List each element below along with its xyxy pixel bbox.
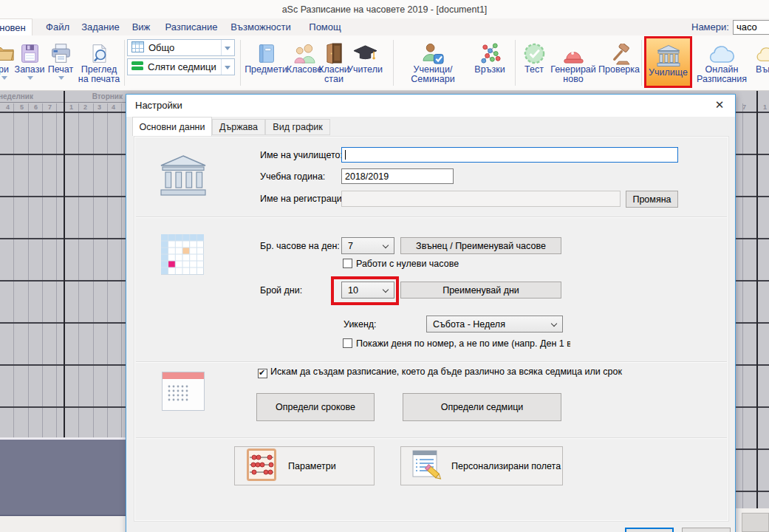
day-header-tuesday: Вторник [65,92,124,100]
window-titlebar: aSc Разписание на часовете 2019 - [docum… [0,0,769,18]
grid-cells [736,112,769,508]
bottom-pane [0,437,126,516]
grid-cells[interactable] [0,112,126,437]
toolbar-school-button[interactable]: Училище [644,36,692,88]
ok-button[interactable] [625,528,674,532]
dialog-title: Настройки [135,100,182,111]
text-caret [345,150,346,160]
menu-tab-file[interactable]: Файл [38,18,77,35]
toolbar-online-label: Онлайн Разписания [695,65,748,84]
chevron-down-icon [551,321,557,327]
print-dropdown-arrow-icon[interactable] [58,75,64,81]
school-building-icon [157,153,210,200]
toolbar-classes-button[interactable]: Класове [287,37,321,89]
toolbar-print-preview-button[interactable]: Преглед на печата [76,37,122,89]
parameters-button[interactable]: Параметри [234,446,375,485]
find-input[interactable] [733,20,769,35]
settings-dialog: Настройки ✕ Основни данни Държава Вид гр… [126,94,736,532]
bell-rename-periods-button[interactable]: Звънец / Преименувай часове [400,237,561,254]
menu-tab-help[interactable]: Помощ [303,18,347,35]
toolbar-subjects-label: Предмети [245,65,287,75]
toolbar-questions-button[interactable]: Въпр [749,37,769,89]
toolbar-print-label: Печат [48,65,73,75]
menubar: новен Файл Задание Виж Разписание Възмож… [0,18,769,35]
menu-tab-timetable[interactable]: Разписание [160,18,223,35]
registration-name-label: Име на регистрация [260,194,347,204]
tab-country[interactable]: Държава [212,119,265,135]
toolbar-save-label: Запази [15,65,45,75]
school-year-label: Учебна година: [260,171,325,182]
timetable-grid[interactable]: Понеделник Вторник 3 4 5 6 7 1 2 3 4 5 [0,91,126,437]
door-icon [325,37,344,65]
toolbar-test-button[interactable]: Тест [519,37,549,89]
define-terms-button[interactable]: Определи срокове [256,393,375,421]
view-mode-combo[interactable]: Общо [127,39,235,56]
school-year-input[interactable] [341,168,454,184]
find-box: Намери: [691,18,769,35]
parameters-button-label: Параметри [288,461,336,471]
school-name-label: Име на училището: [260,150,343,160]
tab-basic-data[interactable]: Основни данни [132,117,212,136]
custom-fields-button-label: Персонализирани полета [451,461,561,471]
menu-tab-options[interactable]: Възможности [226,18,295,35]
save-dropdown-arrow-icon[interactable] [27,75,33,81]
dialog-titlebar[interactable]: Настройки ✕ [126,95,735,117]
rename-days-button[interactable]: Преименувай дни [400,282,561,299]
toolbar-students-button[interactable]: Ученици/Семинари [397,37,468,89]
toolbar-open-label: ри [0,65,9,75]
combo-arrow-icon[interactable] [221,40,233,55]
combo-arrow-icon[interactable] [221,59,233,75]
toolbar-separator [515,40,516,86]
toolbar-classrooms-label: Класни стаи [318,65,349,84]
school-name-input[interactable] [341,147,678,163]
number-of-days-label: Брой дни: [260,285,302,296]
calendar-grid-icon [161,234,204,279]
menu-tab-task[interactable]: Задание [77,18,124,35]
toolbar-classrooms-button[interactable]: Класни стаи [321,37,347,89]
abacus-icon [247,449,276,484]
table-view-icon [131,41,144,55]
timetable-grid-right[interactable]: 7 1 [736,91,769,508]
number-of-days-select[interactable]: 10 [341,282,394,299]
close-icon[interactable]: ✕ [712,98,727,112]
grid-period-numbers: 3 4 5 6 7 1 2 3 4 5 [0,103,126,112]
toolbar-classes-label: Класове [287,65,322,75]
grid-day-header: Понеделник Вторник [0,91,126,103]
multi-week-checkbox[interactable] [258,369,267,378]
weeks-mode-combo[interactable]: Сляти седмици [127,58,235,75]
print-preview-icon [89,37,109,65]
gavel-icon [608,37,631,65]
toolbar-teachers-button[interactable]: Учители [347,37,383,89]
school-building-icon [656,40,681,68]
tab-schedule-type[interactable]: Вид график [265,119,330,135]
test-seal-icon [523,37,546,65]
weekend-select[interactable]: Събота - Неделя [426,316,563,332]
statusbar-left [0,516,126,532]
toolbar-online-button[interactable]: Онлайн Разписания [695,37,748,89]
zero-periods-checkbox[interactable] [343,259,352,268]
section-divider [136,437,727,439]
toolbar-check-button[interactable]: Проверка [598,37,640,89]
menu-tab-main[interactable]: новен [0,18,33,35]
view-mode-combo-value: Общо [148,42,174,53]
define-weeks-button[interactable]: Определи седмици [403,393,561,421]
custom-fields-button[interactable]: Персонализирани полета [400,446,563,485]
toolbar-relations-button[interactable]: Връзки [470,37,510,89]
zero-periods-checkbox-label: Работи с нулеви часове [356,259,459,269]
section-divider [136,216,727,218]
chevron-down-icon [383,242,389,248]
menu-tab-view[interactable]: Виж [124,18,158,35]
periods-per-day-select[interactable]: 7 [341,237,394,254]
toolbar-save-button[interactable]: Запази [13,37,46,89]
toolbar-generate-button[interactable]: Генерирай ново [549,37,598,89]
save-icon [19,37,41,65]
toolbar-subjects-button[interactable]: Предмети [245,37,287,89]
cancel-button[interactable] [682,528,731,532]
toolbar-print-button[interactable]: Печат [46,37,75,89]
change-registration-button[interactable]: Промяна [626,191,678,208]
toolbar-school-label: Училище [649,68,688,78]
toolbar-separator [641,40,642,86]
open-dropdown-arrow-icon[interactable] [1,75,7,81]
day-number-checkbox[interactable] [343,338,352,348]
cloud-icon [708,37,735,65]
